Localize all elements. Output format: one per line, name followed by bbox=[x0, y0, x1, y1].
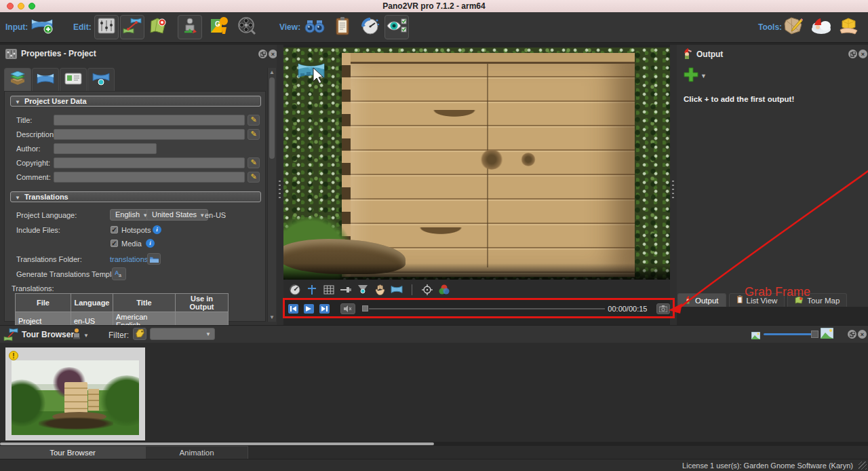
copyright-edit-button[interactable]: ✎ bbox=[248, 157, 260, 168]
scroll-down-icon[interactable]: ▼ bbox=[268, 314, 276, 320]
binoculars-icon bbox=[304, 18, 325, 37]
open-folder-button[interactable] bbox=[147, 253, 161, 265]
find-panorama-button[interactable] bbox=[302, 15, 327, 39]
scroll-up-icon[interactable]: ▲ bbox=[268, 69, 276, 75]
col-file[interactable]: File bbox=[16, 294, 71, 312]
undock-panel-button[interactable] bbox=[258, 50, 267, 58]
play-button[interactable] bbox=[304, 304, 314, 314]
mute-button[interactable] bbox=[340, 303, 355, 314]
street-view-button[interactable]: G bbox=[207, 15, 231, 39]
splitter-grip bbox=[279, 181, 281, 200]
tab-viewing-parameters[interactable] bbox=[87, 68, 115, 91]
region-dropdown[interactable]: United States▼ bbox=[146, 209, 208, 221]
thumbnail-size-handle[interactable] bbox=[811, 331, 818, 338]
viewing-parameters-button[interactable] bbox=[384, 15, 409, 39]
plus-icon bbox=[684, 67, 698, 85]
hotspots-checkbox[interactable]: ✓ bbox=[111, 226, 118, 233]
animation-playbar: 00:00/00:15 bbox=[283, 299, 670, 318]
panorama-viewer[interactable] bbox=[283, 48, 670, 280]
crosshair-tool-icon[interactable] bbox=[306, 284, 318, 296]
language-dropdown[interactable]: English▼ bbox=[110, 209, 151, 221]
comment-edit-button[interactable]: ✎ bbox=[248, 172, 260, 183]
grid-tool-icon[interactable] bbox=[323, 284, 335, 296]
tag-filter-button[interactable] bbox=[133, 328, 146, 340]
patch-input-button[interactable] bbox=[178, 15, 202, 39]
panorama-hotspot[interactable] bbox=[297, 61, 328, 91]
generate-template-button[interactable]: Aa bbox=[112, 267, 126, 280]
hotspots-label: Hotspots bbox=[121, 226, 151, 234]
description-field-label: Description: bbox=[16, 130, 56, 138]
copyright-input[interactable] bbox=[54, 157, 245, 168]
panorama-thumbnail[interactable]: ! bbox=[5, 347, 145, 440]
thumbnail-size-slider[interactable] bbox=[764, 333, 816, 335]
properties-sliders-icon bbox=[98, 18, 115, 37]
grab-frame-button[interactable] bbox=[656, 303, 670, 314]
view-section-label: View: bbox=[279, 22, 300, 32]
title-input[interactable] bbox=[54, 115, 245, 126]
projection-gauge-icon[interactable] bbox=[289, 284, 301, 296]
col-language[interactable]: Language bbox=[71, 294, 113, 312]
tab-output[interactable]: Output bbox=[677, 293, 726, 307]
gnome-cloud-button[interactable] bbox=[809, 15, 833, 39]
map-editor-button[interactable] bbox=[146, 15, 171, 39]
description-input[interactable] bbox=[54, 129, 245, 140]
video-input-button[interactable] bbox=[234, 15, 258, 39]
timeline-handle[interactable] bbox=[362, 305, 368, 312]
col-title[interactable]: Title bbox=[113, 294, 176, 312]
hotspot-tool-icon[interactable] bbox=[340, 284, 352, 296]
fov-tool-icon[interactable] bbox=[357, 284, 369, 296]
skip-to-end-button[interactable] bbox=[319, 304, 330, 314]
resize-grip[interactable] bbox=[859, 461, 867, 470]
col-use-in-output[interactable]: Use in Output bbox=[176, 294, 229, 312]
undock-panel-button[interactable] bbox=[848, 330, 856, 339]
media-checkbox[interactable]: ✓ bbox=[111, 240, 118, 247]
left-splitter[interactable] bbox=[277, 45, 283, 326]
media-info-icon[interactable]: i bbox=[146, 239, 155, 248]
node-type-filter-button[interactable]: ▼ bbox=[72, 328, 89, 343]
pan-hand-icon[interactable] bbox=[374, 284, 386, 296]
texture-tool-button[interactable] bbox=[781, 15, 806, 39]
collapse-triangle-icon: ▼ bbox=[15, 195, 20, 201]
scrollbar-thumb[interactable] bbox=[269, 77, 275, 159]
filter-combobox[interactable]: ▼ bbox=[150, 328, 215, 340]
target-view-icon[interactable] bbox=[421, 284, 433, 296]
clipboard-icon bbox=[334, 16, 351, 38]
tab-user-data[interactable] bbox=[60, 68, 87, 91]
timeline-track[interactable] bbox=[369, 308, 605, 309]
color-channels-icon[interactable] bbox=[438, 284, 450, 296]
share-tool-button[interactable] bbox=[837, 15, 861, 39]
description-edit-button[interactable]: ✎ bbox=[248, 129, 260, 140]
scrollbar-thumb[interactable] bbox=[0, 442, 434, 445]
warning-badge-icon[interactable]: ! bbox=[9, 351, 18, 360]
project-report-button[interactable] bbox=[330, 15, 355, 39]
time-settings-button[interactable] bbox=[358, 15, 382, 39]
playback-time: 00:00/00:15 bbox=[608, 305, 656, 313]
tab-project-properties[interactable] bbox=[4, 68, 31, 91]
title-bar: Pano2VR pro 7.1.2 - arm64 bbox=[0, 0, 868, 12]
translations-folder-link[interactable]: translations bbox=[110, 255, 148, 263]
tab-tour-map[interactable]: Tour Map bbox=[787, 293, 847, 307]
tab-panorama-properties[interactable] bbox=[32, 68, 59, 91]
tab-list-view[interactable]: List View bbox=[729, 293, 785, 307]
panorama-view-icon[interactable] bbox=[391, 284, 403, 296]
properties-scrollbar[interactable]: ▲ ▼ bbox=[267, 68, 276, 322]
title-edit-button[interactable]: ✎ bbox=[248, 115, 260, 126]
hotspots-info-icon[interactable]: i bbox=[153, 225, 161, 234]
timeline-slider[interactable] bbox=[362, 303, 604, 314]
tour-editor-button[interactable] bbox=[120, 15, 144, 39]
right-splitter[interactable] bbox=[670, 45, 677, 326]
group-project-user-data[interactable]: ▼Project User Data bbox=[10, 96, 261, 107]
add-input-button[interactable] bbox=[30, 15, 54, 39]
group-translations[interactable]: ▼Translations bbox=[10, 191, 261, 202]
add-output-button[interactable]: ▼ bbox=[684, 67, 707, 85]
author-input[interactable] bbox=[54, 143, 157, 154]
tab-tour-browser[interactable]: Tour Browser bbox=[0, 446, 145, 459]
svg-text:a: a bbox=[119, 273, 121, 278]
close-panel-button[interactable]: × bbox=[859, 50, 867, 58]
comment-input[interactable] bbox=[54, 172, 245, 183]
tab-animation[interactable]: Animation bbox=[145, 446, 248, 459]
undock-panel-button[interactable] bbox=[848, 50, 857, 58]
skip-to-start-button[interactable] bbox=[288, 304, 298, 314]
properties-button[interactable] bbox=[94, 15, 119, 39]
close-panel-button[interactable]: × bbox=[858, 330, 867, 339]
